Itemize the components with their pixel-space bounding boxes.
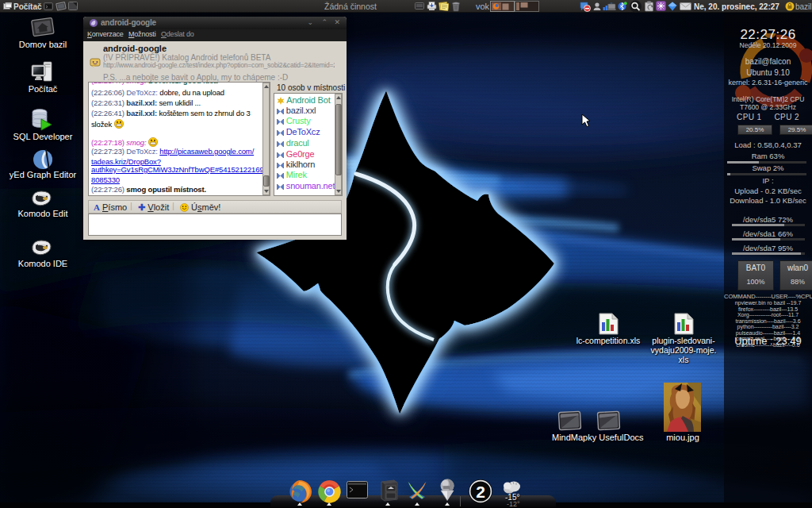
svg-text:2: 2 bbox=[476, 483, 485, 501]
